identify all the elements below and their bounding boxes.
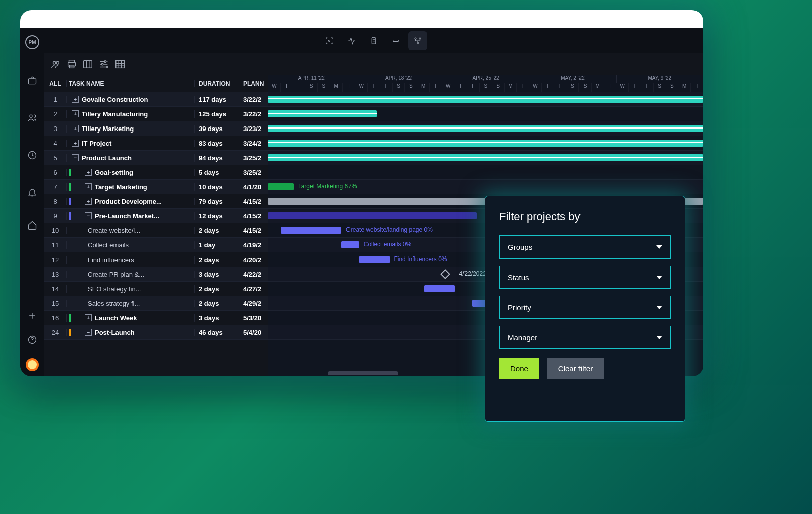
activity-icon[interactable] — [342, 31, 361, 50]
timeline-week: MAY, 9 '22 — [616, 75, 703, 83]
table-row[interactable]: 15Sales strategy fi...2 days4/29/2 — [44, 296, 268, 311]
row-name: +Tillery Manufacturing — [66, 110, 194, 118]
row-id: 1 — [44, 96, 66, 103]
gantt-bar[interactable] — [341, 241, 359, 248]
filter-status-dropdown[interactable]: Status — [499, 266, 671, 289]
expand-toggle[interactable]: + — [72, 96, 79, 103]
table-row[interactable]: 16+Launch Week3 days5/3/20 — [44, 311, 268, 325]
gantt-row[interactable] — [268, 151, 703, 165]
col-planned[interactable]: PLANN — [239, 80, 268, 87]
table-row[interactable]: 9−Pre-Launch Market...12 days4/15/2 — [44, 209, 268, 223]
expand-toggle[interactable]: + — [72, 110, 79, 117]
expand-toggle[interactable]: + — [85, 314, 92, 321]
table-row[interactable]: 14SEO strategy fin...2 days4/27/2 — [44, 282, 268, 296]
filter-priority-dropdown[interactable]: Priority — [499, 296, 671, 319]
row-name: Collect emails — [66, 241, 194, 249]
timeline-week: MAY, 2 '22 — [529, 75, 616, 83]
milestone-icon[interactable] — [440, 269, 450, 279]
expand-toggle[interactable]: + — [85, 183, 92, 190]
print-icon[interactable] — [66, 59, 77, 70]
minus-icon[interactable] — [386, 31, 405, 50]
col-id[interactable]: ALL — [44, 80, 66, 87]
window-titlebar — [20, 10, 703, 28]
filter-label: Status — [508, 273, 529, 282]
people-icon[interactable] — [27, 112, 38, 123]
table-row[interactable]: 6+Goal-setting5 days3/25/2 — [44, 165, 268, 180]
table-row[interactable]: 10Create website/l...2 days4/15/2 — [44, 223, 268, 238]
row-id: 14 — [44, 285, 66, 293]
gantt-bar[interactable] — [268, 140, 703, 147]
row-id: 8 — [44, 198, 66, 205]
done-button[interactable]: Done — [499, 358, 539, 379]
table-row[interactable]: 8+Product Developme...79 days4/15/2 — [44, 194, 268, 209]
branch-icon[interactable] — [408, 31, 427, 50]
table-row[interactable]: 5−Product Launch94 days3/25/2 — [44, 151, 268, 165]
users-icon[interactable] — [50, 59, 61, 70]
table-icon[interactable] — [114, 59, 126, 70]
table-row[interactable]: 24−Post-Launch46 days5/4/20 — [44, 325, 268, 340]
clear-filter-button[interactable]: Clear filter — [547, 358, 604, 379]
gantt-bar[interactable] — [424, 285, 455, 292]
expand-toggle[interactable]: + — [72, 140, 79, 147]
table-row[interactable]: 12Find influencers2 days4/20/2 — [44, 252, 268, 267]
briefcase-icon[interactable] — [27, 75, 38, 86]
row-id: 13 — [44, 271, 66, 278]
timeline-day: S — [305, 83, 317, 92]
row-duration: 39 days — [194, 125, 239, 133]
avatar[interactable] — [26, 358, 39, 371]
gantt-row[interactable] — [268, 121, 703, 136]
table-row[interactable]: 3+Tillery Marketing39 days3/23/2 — [44, 121, 268, 136]
timeline-day: F — [293, 83, 305, 92]
row-name: +IT Project — [66, 140, 194, 147]
gantt-bar[interactable] — [268, 125, 703, 132]
gantt-row[interactable]: Target Marketing 67% — [268, 180, 703, 194]
expand-toggle[interactable]: + — [85, 198, 92, 205]
gantt-bar[interactable] — [268, 96, 703, 103]
clipboard-icon[interactable] — [364, 31, 383, 50]
filter-manager-dropdown[interactable]: Manager — [499, 326, 671, 349]
sliders-icon[interactable] — [98, 59, 109, 70]
gantt-row[interactable] — [268, 165, 703, 180]
home-icon[interactable] — [27, 220, 38, 231]
expand-toggle[interactable]: + — [72, 125, 79, 132]
help-icon[interactable] — [27, 334, 38, 345]
table-row[interactable]: 4+IT Project83 days3/24/2 — [44, 136, 268, 151]
table-row[interactable]: 13Create PR plan &...3 days4/22/2 — [44, 267, 268, 282]
bell-icon[interactable] — [27, 187, 38, 198]
expand-toggle[interactable]: − — [72, 154, 79, 161]
gantt-bar[interactable] — [281, 227, 341, 234]
timeline-day: S — [566, 83, 578, 92]
row-duration: 2 days — [194, 300, 239, 307]
expand-toggle[interactable]: + — [85, 169, 92, 176]
filter-groups-dropdown[interactable]: Groups — [499, 235, 671, 259]
gantt-row[interactable] — [268, 92, 703, 107]
table-row[interactable]: 2+Tillery Manufacturing125 days3/22/2 — [44, 107, 268, 121]
expand-toggle[interactable]: − — [85, 329, 92, 336]
table-row[interactable]: 7+Target Marketing10 days4/1/20 — [44, 180, 268, 194]
timeline-day: T — [454, 83, 467, 92]
col-duration[interactable]: DURATION — [194, 80, 239, 87]
expand-toggle[interactable]: − — [85, 212, 92, 219]
scan-icon[interactable] — [320, 31, 339, 50]
clock-icon[interactable] — [27, 150, 38, 161]
horizontal-scrollbar[interactable] — [328, 371, 398, 375]
chevron-down-icon — [656, 306, 662, 309]
gantt-row[interactable] — [268, 136, 703, 151]
row-planned: 4/1/20 — [239, 183, 268, 191]
gantt-bar[interactable] — [268, 154, 703, 161]
timeline-day: M — [591, 83, 604, 92]
col-name[interactable]: TASK NAME — [66, 80, 194, 87]
category-color-bar — [69, 212, 71, 220]
gantt-bar[interactable] — [359, 256, 390, 263]
row-id: 24 — [44, 329, 66, 336]
table-row[interactable]: 1+Govalle Construction117 days3/22/2 — [44, 92, 268, 107]
row-name: −Product Launch — [66, 154, 194, 162]
plus-icon[interactable] — [27, 310, 38, 321]
gantt-bar[interactable] — [268, 110, 377, 117]
gantt-bar[interactable] — [268, 212, 477, 219]
gantt-row[interactable] — [268, 107, 703, 121]
table-row[interactable]: 11Collect emails1 day4/19/2 — [44, 238, 268, 252]
columns-icon[interactable] — [82, 59, 93, 70]
gantt-bar[interactable] — [268, 183, 294, 190]
filter-label: Groups — [508, 243, 532, 251]
